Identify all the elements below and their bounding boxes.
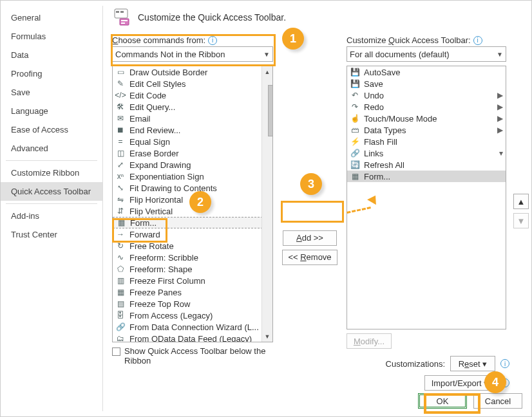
sidebar-item-addins[interactable]: Add-ins: [1, 207, 102, 225]
list-item[interactable]: ▦Freeze Panes: [113, 286, 272, 298]
list-item[interactable]: ⤡Fit Drawing to Contents: [113, 182, 272, 194]
checkbox[interactable]: [112, 348, 120, 356]
list-item[interactable]: ↻Free Rotate: [113, 240, 272, 252]
move-up-button[interactable]: ▲: [513, 194, 529, 209]
list-item[interactable]: xⁿExponentiation Sign: [113, 171, 272, 182]
list-item[interactable]: 🗄From Access (Legacy): [113, 310, 272, 321]
svg-rect-5: [121, 23, 125, 24]
command-icon: ⚡: [350, 136, 360, 147]
list-item[interactable]: ⬠Freeform: Shape: [113, 263, 272, 275]
list-item[interactable]: =Equal Sign: [113, 136, 272, 147]
list-item-label: Freeze Top Row: [129, 299, 190, 309]
sidebar-item-general[interactable]: General: [1, 8, 102, 27]
qat-scope-select[interactable]: For all documents (default) ▼: [347, 46, 506, 62]
list-item[interactable]: ↷Redo▶: [347, 101, 506, 113]
list-item[interactable]: </>Edit Code: [113, 89, 272, 101]
sidebar-item-language[interactable]: Language: [1, 102, 102, 120]
info-icon[interactable]: i: [208, 36, 217, 45]
list-item[interactable]: →Forward: [113, 228, 272, 240]
choose-commands-select[interactable]: Commands Not in the Ribbon ▼: [112, 46, 273, 62]
sidebar-item-advanced[interactable]: Advanced: [1, 139, 102, 158]
list-item-label: Freeze Panes: [129, 288, 182, 297]
list-item-label: Edit Query...: [129, 102, 175, 112]
command-icon: →: [115, 229, 126, 239]
chevron-down-icon: ▼: [497, 51, 503, 58]
ok-button[interactable]: OK: [418, 393, 467, 409]
add-button[interactable]: Add >>: [283, 230, 337, 246]
list-item[interactable]: ▤Freeze Top Row: [113, 298, 272, 310]
sidebar-item-formulas[interactable]: Formulas: [1, 27, 102, 46]
list-item[interactable]: 🛠Edit Query...: [113, 101, 272, 113]
list-item-label: Edit Cell Styles: [129, 79, 185, 89]
scrollbar[interactable]: ▲ ▼: [261, 66, 272, 342]
list-item[interactable]: 💾Save: [347, 78, 506, 89]
command-icon: ◫: [115, 148, 126, 158]
qat-scope-value: For all documents (default): [350, 50, 450, 59]
submenu-icon: ▾: [499, 149, 503, 158]
list-item-label: AutoSave: [364, 68, 400, 77]
command-icon: ▤: [115, 299, 126, 309]
checkbox-label: Show Quick Access Toolbar below theRibbo…: [124, 346, 265, 366]
list-item[interactable]: ▦Form...: [113, 217, 272, 228]
list-item[interactable]: 🔗From Data Connection Wizard (L...: [113, 321, 272, 333]
show-below-ribbon-row[interactable]: Show Quick Access Toolbar below theRibbo…: [112, 346, 273, 366]
list-item-label: Flash Fill: [364, 137, 397, 147]
list-item-label: From Access (Legacy): [129, 311, 213, 320]
info-icon[interactable]: i: [473, 36, 482, 45]
command-icon: ✎: [115, 79, 126, 89]
list-item-label: Links: [364, 149, 383, 158]
list-item[interactable]: 🔗Links▾: [347, 147, 506, 159]
reset-button[interactable]: Reset ▾: [450, 356, 495, 371]
list-item[interactable]: ▥Freeze First Column: [113, 275, 272, 286]
list-item[interactable]: ↶Undo▶: [347, 89, 506, 101]
list-item[interactable]: ∿Freeform: Scribble: [113, 252, 272, 263]
sidebar-item-ease[interactable]: Ease of Access: [1, 120, 102, 139]
sidebar-item-save[interactable]: Save: [1, 83, 102, 102]
list-item[interactable]: ✎Edit Cell Styles: [113, 78, 272, 89]
sidebar-item-customize-ribbon[interactable]: Customize Ribbon: [1, 163, 102, 182]
list-item[interactable]: ▭Draw Outside Border: [113, 66, 272, 78]
remove-button[interactable]: << Remove: [282, 250, 337, 265]
svg-rect-4: [121, 20, 128, 21]
list-item-label: Form...: [130, 218, 157, 228]
sidebar-item-qat[interactable]: Quick Access Toolbar: [1, 182, 102, 201]
scroll-down-icon[interactable]: ▼: [262, 331, 272, 342]
list-item-label: End Review...: [129, 125, 181, 135]
list-item[interactable]: 🗃Data Types▶: [347, 124, 506, 136]
list-item[interactable]: ☝Touch/Mouse Mode▶: [347, 113, 506, 124]
list-item[interactable]: ⤢Expand Drawing: [113, 159, 272, 171]
list-item[interactable]: ◫Erase Border: [113, 147, 272, 159]
list-item-label: Expand Drawing: [129, 160, 191, 170]
list-item[interactable]: ⏹End Review...: [113, 124, 272, 136]
list-item-label: Draw Outside Border: [129, 68, 207, 77]
sidebar-item-trust[interactable]: Trust Center: [1, 225, 102, 244]
scroll-up-icon[interactable]: ▲: [262, 66, 272, 77]
move-down-button: ▼: [513, 213, 529, 228]
callout-1: 1: [282, 28, 304, 50]
sidebar-item-proofing[interactable]: Proofing: [1, 64, 102, 83]
chevron-down-icon: ▼: [263, 51, 270, 58]
cancel-button[interactable]: Cancel: [473, 393, 522, 409]
scroll-thumb[interactable]: [268, 85, 273, 136]
info-icon[interactable]: i: [500, 359, 509, 368]
command-icon: ✉: [115, 113, 126, 124]
list-item[interactable]: 🗂From OData Data Feed (Legacy): [113, 333, 272, 342]
command-icon: ↷: [350, 102, 360, 112]
page-title: Customize the Quick Access Toolbar.: [138, 12, 286, 23]
command-icon: ▦: [350, 171, 360, 181]
list-item[interactable]: ▦Form...: [347, 171, 506, 182]
callout-4: 4: [484, 371, 506, 393]
list-item[interactable]: 🔄Refresh All: [347, 159, 506, 171]
reorder-buttons: ▲ ▼: [513, 194, 529, 228]
list-item-label: Data Types: [364, 125, 406, 135]
list-item-label: Undo: [364, 91, 384, 100]
command-icon: ☝: [350, 113, 360, 124]
list-item[interactable]: 💾AutoSave: [347, 66, 506, 78]
command-icon: ▦: [116, 218, 126, 228]
list-item-label: Redo: [364, 102, 384, 112]
list-item[interactable]: ⚡Flash Fill: [347, 136, 506, 147]
command-icon: </>: [115, 90, 126, 100]
submenu-icon: ▶: [497, 125, 503, 134]
list-item[interactable]: ✉Email: [113, 113, 272, 124]
sidebar-item-data[interactable]: Data: [1, 46, 102, 64]
